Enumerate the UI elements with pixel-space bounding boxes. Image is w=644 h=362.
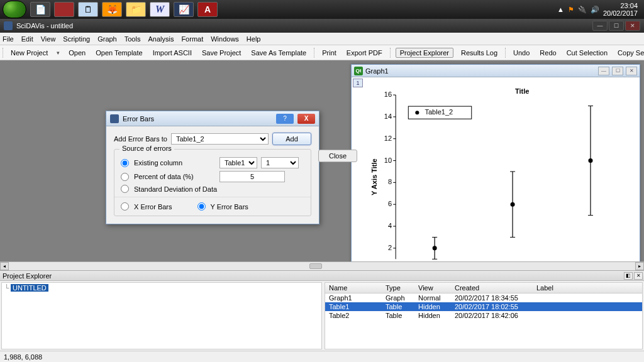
- new-project-button[interactable]: New Project: [8, 48, 50, 57]
- toolbar: New Project ▾ Open Open Template Import …: [0, 45, 644, 60]
- minimize-button[interactable]: —: [592, 21, 608, 31]
- error-bars-dialog: Error Bars ? X Add Error Bars to Table1_…: [106, 111, 319, 224]
- svg-point-20: [415, 111, 419, 114]
- percent-input[interactable]: [219, 171, 285, 182]
- menu-scripting[interactable]: Scripting: [63, 35, 90, 43]
- tray-net-icon[interactable]: 🔌: [578, 6, 587, 14]
- statusbar: 1,988, 6,088: [0, 351, 644, 362]
- dialog-close-button[interactable]: X: [297, 114, 315, 124]
- open-button[interactable]: Open: [66, 48, 88, 57]
- task-icon[interactable]: [54, 2, 74, 17]
- sub-close-button[interactable]: ✕: [626, 67, 637, 75]
- svg-text:4: 4: [388, 222, 392, 229]
- save-template-button[interactable]: Save As Template: [248, 48, 309, 57]
- tray-flag-icon[interactable]: ▲: [557, 6, 564, 13]
- menu-help[interactable]: Help: [247, 35, 261, 43]
- tray-vol-icon[interactable]: 🔊: [591, 6, 599, 14]
- firefox-icon[interactable]: 🦊: [102, 2, 122, 17]
- percent-label: Percent of data (%): [134, 173, 216, 180]
- x-error-radio[interactable]: [121, 202, 129, 211]
- menu-tools[interactable]: Tools: [125, 35, 141, 43]
- dialog-icon: [110, 114, 119, 123]
- layer-button[interactable]: 1: [353, 79, 363, 87]
- svg-point-33: [588, 158, 592, 163]
- sub-maximize-button[interactable]: ☐: [612, 67, 623, 75]
- svg-text:Y Axis Title: Y Axis Title: [370, 158, 378, 195]
- menu-analysis[interactable]: Analysis: [148, 35, 174, 43]
- adobe-icon[interactable]: A: [197, 2, 218, 17]
- tree-collapse-icon[interactable]: └: [3, 284, 11, 292]
- project-explorer-button[interactable]: Project Explorer: [396, 48, 453, 58]
- x-error-label: X Error Bars: [134, 203, 172, 211]
- dialog-titlebar[interactable]: Error Bars ? X: [106, 111, 319, 126]
- tree-root-node[interactable]: UNTITLED: [11, 284, 48, 292]
- results-log-button[interactable]: Results Log: [458, 48, 500, 57]
- print-button[interactable]: Print: [319, 48, 339, 57]
- add-button[interactable]: Add: [272, 133, 311, 145]
- stddev-radio[interactable]: [121, 185, 129, 193]
- start-button[interactable]: [3, 1, 26, 18]
- project-tree[interactable]: └UNTITLED: [1, 282, 322, 349]
- menubar: File Edit View Scripting Graph Tools Ana…: [0, 33, 644, 45]
- svg-text:6: 6: [388, 200, 392, 207]
- sub-minimize-button[interactable]: —: [598, 67, 609, 75]
- svg-text:12: 12: [384, 134, 392, 142]
- list-header[interactable]: Name Type View Created Label: [325, 283, 642, 293]
- copy-button[interactable]: Copy Selection: [615, 48, 644, 57]
- existing-col-select[interactable]: 1: [261, 157, 299, 168]
- dropdown-icon[interactable]: ▾: [55, 50, 61, 56]
- scidavis-window: SciDAVis - untitled — ☐ ✕ File Edit View…: [0, 19, 644, 362]
- panel-float-button[interactable]: ◧: [624, 272, 633, 280]
- import-ascii-button[interactable]: Import ASCII: [150, 48, 194, 57]
- dialog-help-button[interactable]: ?: [276, 114, 294, 124]
- scroll-right-icon: ▸: [635, 262, 644, 270]
- export-pdf-button[interactable]: Export PDF: [344, 48, 385, 57]
- h-scrollbar[interactable]: ◂ ▸: [0, 261, 644, 270]
- tray-clock[interactable]: 23:04 20/02/2017: [603, 2, 638, 17]
- menu-format[interactable]: Format: [181, 35, 203, 43]
- windows-taskbar: 📄 🗒 🦊 📁 W 📈 A ▲ ⚑ 🔌 🔊 23:04 20/02/2017: [0, 0, 644, 19]
- save-project-button[interactable]: Save Project: [199, 48, 243, 57]
- add-to-label: Add Error Bars to: [114, 135, 167, 143]
- open-template-button[interactable]: Open Template: [93, 48, 145, 57]
- task-icon[interactable]: 📄: [30, 2, 50, 17]
- add-to-select[interactable]: Table1_2: [171, 133, 269, 145]
- tray-av-icon[interactable]: ⚑: [568, 6, 574, 14]
- menu-view[interactable]: View: [41, 35, 56, 43]
- redo-button[interactable]: Redo: [537, 48, 558, 57]
- svg-text:Table1_2: Table1_2: [425, 108, 453, 116]
- panel-close-button[interactable]: ✕: [634, 272, 643, 280]
- list-item[interactable]: Table2TableHidden20/02/2017 18:42:06: [325, 311, 642, 320]
- explorer-icon[interactable]: 📁: [126, 2, 146, 17]
- svg-text:8: 8: [388, 178, 392, 185]
- undo-button[interactable]: Undo: [511, 48, 532, 57]
- source-group-label: Source of errors: [119, 145, 174, 152]
- existing-column-radio[interactable]: [121, 159, 129, 167]
- close-button[interactable]: Close: [318, 150, 357, 162]
- menu-file[interactable]: File: [3, 35, 14, 43]
- close-button[interactable]: ✕: [625, 21, 640, 31]
- y-error-label: Y Error Bars: [211, 203, 248, 211]
- app-icon: [4, 21, 13, 30]
- list-item[interactable]: Table1TableHidden20/02/2017 18:02:55: [325, 302, 642, 311]
- svg-point-25: [433, 246, 437, 250]
- menu-graph[interactable]: Graph: [97, 35, 117, 43]
- word-icon[interactable]: W: [150, 2, 170, 17]
- list-item[interactable]: Graph1GraphNormal20/02/2017 18:34:55: [325, 293, 642, 302]
- graph-window-title: Graph1: [365, 67, 389, 75]
- percent-radio[interactable]: [121, 173, 129, 181]
- scroll-left-icon: ◂: [0, 262, 9, 270]
- task-icon[interactable]: 🗒: [78, 2, 98, 17]
- cut-button[interactable]: Cut Selection: [564, 48, 610, 57]
- stddev-label: Standard Deviation of Data: [134, 185, 217, 193]
- maximize-button[interactable]: ☐: [609, 21, 624, 31]
- dialog-title: Error Bars: [123, 115, 154, 123]
- svg-text:Title: Title: [515, 89, 530, 95]
- menu-windows[interactable]: Windows: [211, 35, 239, 43]
- scidavis-task-icon[interactable]: 📈: [174, 2, 194, 17]
- y-error-radio[interactable]: [197, 202, 206, 211]
- menu-edit[interactable]: Edit: [21, 35, 33, 43]
- graph-window-titlebar[interactable]: Qt Graph1 — ☐ ✕: [352, 65, 640, 77]
- plot-canvas[interactable]: TitleY Axis Title246810121416Table1_2: [370, 89, 636, 265]
- existing-table-select[interactable]: Table1: [219, 157, 257, 168]
